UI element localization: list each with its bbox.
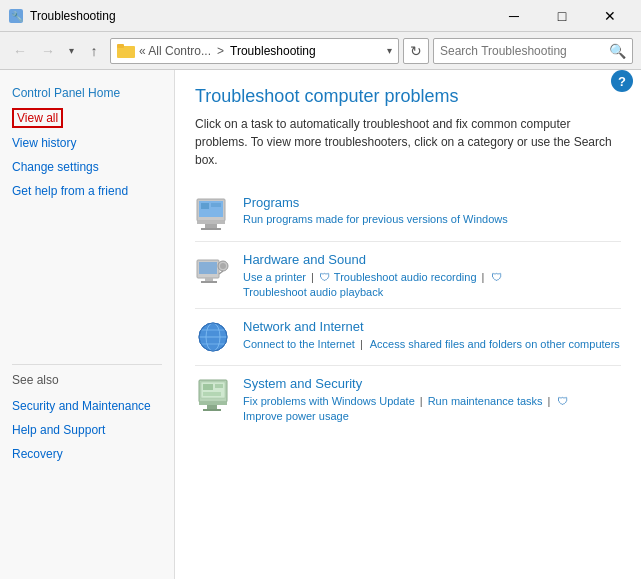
svg-point-15 bbox=[220, 263, 226, 269]
maintenance-tasks-link[interactable]: Run maintenance tasks bbox=[428, 395, 543, 407]
category-programs: Programs Run programs made for previous … bbox=[195, 185, 621, 241]
svg-rect-11 bbox=[211, 203, 221, 207]
sidebar-link-view-all[interactable]: View all bbox=[12, 108, 63, 128]
run-programs-link[interactable]: Run programs made for previous versions … bbox=[243, 213, 508, 225]
address-prefix: « All Contro... bbox=[139, 44, 211, 58]
category-list: Programs Run programs made for previous … bbox=[195, 185, 621, 432]
troubleshoot-audio-recording-link[interactable]: Troubleshoot audio recording bbox=[334, 271, 477, 283]
hardware-links: Use a printer | 🛡 Troubleshoot audio rec… bbox=[243, 270, 621, 298]
separator-1: | bbox=[311, 271, 314, 283]
main-container: Control Panel Home View all View history… bbox=[0, 70, 641, 579]
svg-rect-13 bbox=[199, 262, 217, 274]
address-current-path: Troubleshooting bbox=[230, 44, 316, 58]
address-field[interactable]: « All Contro... > Troubleshooting ▾ bbox=[110, 38, 399, 64]
network-name[interactable]: Network and Internet bbox=[243, 319, 621, 334]
up-button[interactable]: ↑ bbox=[82, 39, 106, 63]
programs-name[interactable]: Programs bbox=[243, 195, 621, 210]
svg-rect-32 bbox=[203, 409, 221, 411]
window-controls: ─ □ ✕ bbox=[491, 4, 633, 28]
sidebar-main-section: Control Panel Home View all View history… bbox=[0, 82, 174, 204]
sidebar-link-change-settings[interactable]: Change settings bbox=[12, 158, 162, 176]
svg-rect-30 bbox=[199, 402, 227, 405]
use-printer-link[interactable]: Use a printer bbox=[243, 271, 306, 283]
content-area: Troubleshoot computer problems Click on … bbox=[175, 70, 641, 579]
sidebar-see-also-section: Security and Maintenance Help and Suppor… bbox=[0, 393, 174, 467]
sidebar-divider bbox=[12, 364, 162, 365]
svg-rect-7 bbox=[197, 221, 225, 224]
hardware-name[interactable]: Hardware and Sound bbox=[243, 252, 621, 267]
system-name[interactable]: System and Security bbox=[243, 376, 621, 391]
app-icon: 🔧 bbox=[8, 8, 24, 24]
access-shared-link[interactable]: Access shared files and folders on other… bbox=[370, 338, 620, 350]
separator-3: | bbox=[360, 338, 363, 350]
separator-4: | bbox=[420, 395, 423, 407]
shield-icon-1: 🛡 bbox=[319, 271, 330, 283]
system-info: System and Security Fix problems with Wi… bbox=[243, 376, 621, 422]
sidebar-link-get-help[interactable]: Get help from a friend bbox=[12, 182, 162, 200]
svg-rect-8 bbox=[205, 224, 217, 228]
search-box[interactable]: 🔍 bbox=[433, 38, 633, 64]
close-button[interactable]: ✕ bbox=[587, 4, 633, 28]
system-links: Fix problems with Windows Update | Run m… bbox=[243, 394, 621, 422]
sidebar-link-help-support[interactable]: Help and Support bbox=[12, 421, 162, 439]
power-usage-link[interactable]: Improve power usage bbox=[243, 410, 349, 422]
address-folder-icon bbox=[117, 44, 135, 58]
maximize-button[interactable]: □ bbox=[539, 4, 585, 28]
help-button[interactable]: ? bbox=[611, 70, 633, 92]
shield-icon-2: 🛡 bbox=[491, 271, 502, 283]
hardware-icon bbox=[195, 252, 231, 288]
svg-rect-29 bbox=[203, 392, 221, 396]
window-title: Troubleshooting bbox=[30, 9, 491, 23]
category-hardware: Hardware and Sound Use a printer | 🛡 Tro… bbox=[195, 241, 621, 308]
separator-5: | bbox=[548, 395, 551, 407]
svg-text:🔧: 🔧 bbox=[11, 10, 24, 23]
hardware-info: Hardware and Sound Use a printer | 🛡 Tro… bbox=[243, 252, 621, 298]
programs-icon bbox=[195, 195, 231, 231]
shield-icon-3: 🛡 bbox=[557, 395, 568, 407]
svg-rect-10 bbox=[201, 203, 209, 209]
sidebar-link-view-history[interactable]: View history bbox=[12, 134, 162, 152]
svg-rect-27 bbox=[203, 384, 213, 390]
programs-links: Run programs made for previous versions … bbox=[243, 213, 621, 225]
troubleshoot-audio-playback-link[interactable]: Troubleshoot audio playback bbox=[243, 286, 383, 298]
dropdown-btn[interactable]: ▾ bbox=[64, 39, 78, 63]
category-system: System and Security Fix problems with Wi… bbox=[195, 365, 621, 432]
svg-rect-4 bbox=[117, 44, 124, 48]
minimize-button[interactable]: ─ bbox=[491, 4, 537, 28]
sidebar-link-security-maintenance[interactable]: Security and Maintenance bbox=[12, 397, 162, 415]
programs-info: Programs Run programs made for previous … bbox=[243, 195, 621, 225]
connect-internet-link[interactable]: Connect to the Internet bbox=[243, 338, 355, 350]
search-icon[interactable]: 🔍 bbox=[609, 43, 626, 59]
forward-button[interactable]: → bbox=[36, 39, 60, 63]
separator-2: | bbox=[482, 271, 485, 283]
search-input[interactable] bbox=[440, 44, 609, 58]
svg-rect-28 bbox=[215, 384, 223, 388]
refresh-button[interactable]: ↻ bbox=[403, 38, 429, 64]
network-icon bbox=[195, 319, 231, 355]
sidebar: Control Panel Home View all View history… bbox=[0, 70, 175, 579]
system-icon bbox=[195, 376, 231, 412]
svg-rect-31 bbox=[207, 405, 217, 409]
svg-line-16 bbox=[219, 271, 223, 274]
category-network: Network and Internet Connect to the Inte… bbox=[195, 308, 621, 365]
windows-update-link[interactable]: Fix problems with Windows Update bbox=[243, 395, 415, 407]
svg-rect-17 bbox=[205, 278, 213, 281]
title-bar: 🔧 Troubleshooting ─ □ ✕ bbox=[0, 0, 641, 32]
address-chevron-icon[interactable]: ▾ bbox=[387, 45, 392, 56]
network-info: Network and Internet Connect to the Inte… bbox=[243, 319, 621, 351]
content-title: Troubleshoot computer problems bbox=[195, 86, 621, 107]
content-description: Click on a task to automatically trouble… bbox=[195, 115, 621, 169]
control-panel-home-link[interactable]: Control Panel Home bbox=[12, 86, 162, 100]
address-separator: > bbox=[217, 44, 224, 58]
see-also-label: See also bbox=[0, 373, 174, 387]
back-button[interactable]: ← bbox=[8, 39, 32, 63]
address-bar: ← → ▾ ↑ « All Contro... > Troubleshootin… bbox=[0, 32, 641, 70]
sidebar-link-recovery[interactable]: Recovery bbox=[12, 445, 162, 463]
network-links: Connect to the Internet | Access shared … bbox=[243, 337, 621, 351]
svg-rect-18 bbox=[201, 281, 217, 283]
svg-rect-9 bbox=[201, 228, 221, 230]
